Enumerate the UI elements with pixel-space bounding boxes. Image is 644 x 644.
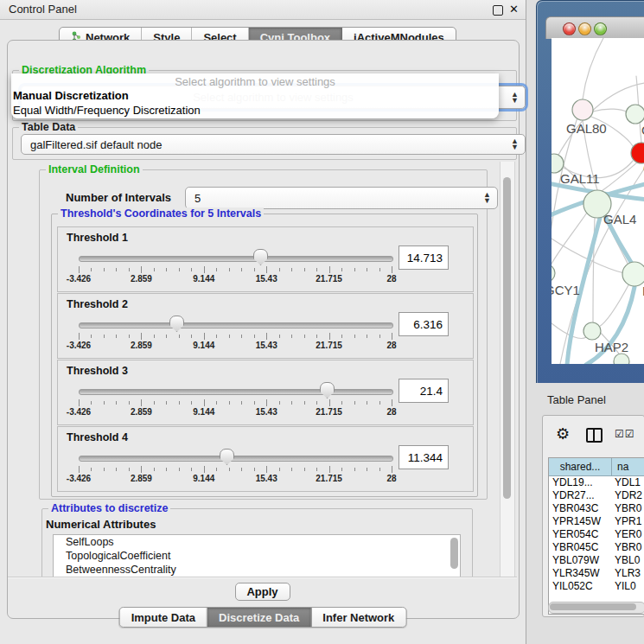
gear-icon[interactable]: ⚙	[556, 424, 570, 443]
number-of-intervals-value: 5	[194, 192, 201, 205]
tab-discretize-data[interactable]: Discretize Data	[207, 608, 311, 627]
tick-label: 15.43	[256, 407, 277, 417]
network-graph: GAL80GALCGAL11GAL4GCY1HHAP2	[552, 38, 644, 364]
slider-ticks	[79, 333, 392, 340]
scrollbar-thumb[interactable]	[550, 603, 636, 610]
table-row[interactable]: YER054CYER0	[549, 528, 644, 541]
tick-label: 28	[386, 341, 396, 350]
tick-label: 15.43	[256, 341, 277, 350]
threshold-slider-thumb[interactable]	[253, 249, 268, 265]
table-row[interactable]: YLR345WYLR3	[549, 567, 644, 580]
algorithm-option-manual[interactable]: Manual Discretization	[11, 88, 499, 103]
zoom-traffic-light[interactable]	[594, 22, 607, 35]
network-canvas[interactable]: GAL80GALCGAL11GAL4GCY1HHAP2	[552, 38, 644, 364]
table-row[interactable]: YBR043CYBR0	[549, 502, 644, 515]
combo-arrows-icon: ▲▼	[511, 92, 519, 104]
tick-label: 9.144	[193, 274, 214, 284]
number-of-intervals-combobox[interactable]: 5 ▲▼	[185, 187, 498, 209]
float-icon[interactable]	[493, 5, 503, 16]
cell-shared-name: YPR145W	[549, 515, 611, 528]
threshold-slider-track[interactable]	[79, 456, 393, 462]
attribute-list-item[interactable]: TopologicalCoefficient	[54, 549, 460, 563]
network-node[interactable]	[583, 322, 601, 340]
algorithm-dropdown-popup: Select algorithm to view settings Manual…	[11, 73, 499, 118]
split-column-icon[interactable]	[586, 428, 603, 443]
threshold-slider-thumb[interactable]	[320, 382, 335, 399]
checkbox-icons[interactable]: ☑☑	[615, 428, 635, 440]
tick-label: 9.144	[193, 341, 214, 350]
attributes-scrollbar[interactable]	[450, 538, 458, 569]
cell-name: YBR0	[611, 502, 644, 515]
network-node-label: GCY1	[552, 283, 580, 297]
network-node[interactable]	[552, 265, 555, 282]
slider-ticks	[79, 266, 392, 273]
tab-infer-network[interactable]: Infer Network	[311, 608, 405, 627]
tick-label: 21.715	[316, 274, 342, 284]
cell-name: YDR2	[611, 489, 644, 502]
tab-impute-data[interactable]: Impute Data	[120, 608, 207, 627]
table-header-row: shared... na	[549, 458, 644, 476]
attributes-group: Attributes to discretize Numerical Attri…	[41, 508, 473, 577]
slider-tick-labels: -3.4262.8599.14415.4321.71528	[79, 341, 392, 351]
cell-shared-name: YDR27...	[549, 489, 611, 502]
table-row[interactable]: YBR045CYBR0	[549, 541, 644, 554]
slider-tick-labels: -3.4262.8599.14415.4321.71528	[79, 407, 392, 418]
cell-name: YDL1	[611, 476, 644, 489]
table-row[interactable]: YPR145WYPR1	[549, 515, 644, 528]
close-icon[interactable]: ✕	[509, 3, 519, 16]
scrollbar-thumb[interactable]	[503, 177, 511, 499]
attribute-list-item[interactable]: SelfLoops	[54, 535, 460, 549]
threshold-slider-track[interactable]	[79, 322, 393, 328]
close-traffic-light[interactable]	[563, 22, 576, 35]
tick-label: 15.43	[256, 474, 277, 483]
table-data-group: Table Data galFiltered.sif default node …	[12, 127, 517, 160]
network-node[interactable]	[626, 105, 644, 124]
slider-tick-labels: -3.4262.8599.14415.4321.71528	[79, 274, 392, 284]
network-node[interactable]	[572, 99, 593, 120]
algorithm-option-equal-width[interactable]: Equal Width/Frequency Discretization	[11, 103, 499, 118]
tick-label: -3.426	[67, 274, 91, 284]
threshold-slider-thumb[interactable]	[169, 316, 184, 332]
table-row[interactable]: YDR27...YDR2	[549, 489, 644, 502]
table-panel-region: Table Panel ⚙ ☑☑ shared... na YDL19...YD…	[536, 383, 644, 644]
network-node-label: GAL11	[560, 171, 600, 186]
tick-label: 28	[386, 407, 396, 417]
tick-label: 28	[386, 274, 396, 284]
network-node-label: HAP2	[595, 340, 628, 354]
cell-shared-name: YER054C	[549, 528, 611, 541]
slider-tick-labels: -3.4262.8599.14415.4321.71528	[79, 474, 392, 484]
column-header-name[interactable]: na	[612, 458, 644, 475]
apply-button[interactable]: Apply	[235, 583, 290, 601]
combo-arrows-icon: ▲▼	[511, 138, 519, 150]
table-horizontal-scrollbar[interactable]	[548, 602, 644, 614]
threshold-item: Threshold 2-3.4262.8599.14415.4321.71528…	[57, 293, 474, 359]
network-node-label: GAL80	[566, 121, 607, 136]
cell-name: YPR1	[611, 515, 644, 528]
threshold-slider-track[interactable]	[79, 256, 393, 262]
threshold-slider-thumb[interactable]	[220, 449, 234, 465]
threshold-item: Threshold 3-3.4262.8599.14415.4321.71528…	[57, 360, 474, 425]
tab-label: Discretize Data	[219, 611, 299, 624]
minimize-traffic-light[interactable]	[578, 22, 591, 35]
threshold-value-field[interactable]: 21.4	[399, 379, 449, 403]
cell-shared-name: YBR043C	[549, 502, 611, 515]
table-row[interactable]: YBL079WYBL0	[549, 554, 644, 567]
network-node-label: GAL4	[603, 212, 636, 226]
tick-label: 21.715	[316, 341, 342, 350]
threshold-slider-track[interactable]	[79, 389, 393, 395]
tick-label: 2.859	[131, 341, 152, 350]
table-data-combobox[interactable]: galFiltered.sif default node ▲▼	[21, 134, 526, 155]
settings-vertical-scrollbar[interactable]	[500, 162, 515, 577]
attribute-list-item[interactable]: BetweennessCentrality	[54, 563, 460, 577]
network-node[interactable]	[622, 262, 644, 286]
threshold-value-field[interactable]: 14.713	[399, 245, 449, 270]
network-node[interactable]	[614, 354, 629, 364]
column-header-shared[interactable]: shared...	[549, 458, 612, 475]
node-table[interactable]: shared... na YDL19...YDL1YDR27...YDR2YBR…	[548, 457, 644, 615]
threshold-value-field[interactable]: 6.316	[399, 312, 449, 336]
threshold-value-field[interactable]: 11.344	[399, 445, 449, 469]
algorithm-popup-placeholder: Select algorithm to view settings	[11, 75, 499, 88]
table-row[interactable]: YIL052CYIL0	[549, 580, 644, 593]
table-row[interactable]: YDL19...YDL1	[549, 476, 644, 489]
numerical-attributes-list[interactable]: SelfLoopsTopologicalCoefficientBetweenne…	[53, 534, 461, 577]
